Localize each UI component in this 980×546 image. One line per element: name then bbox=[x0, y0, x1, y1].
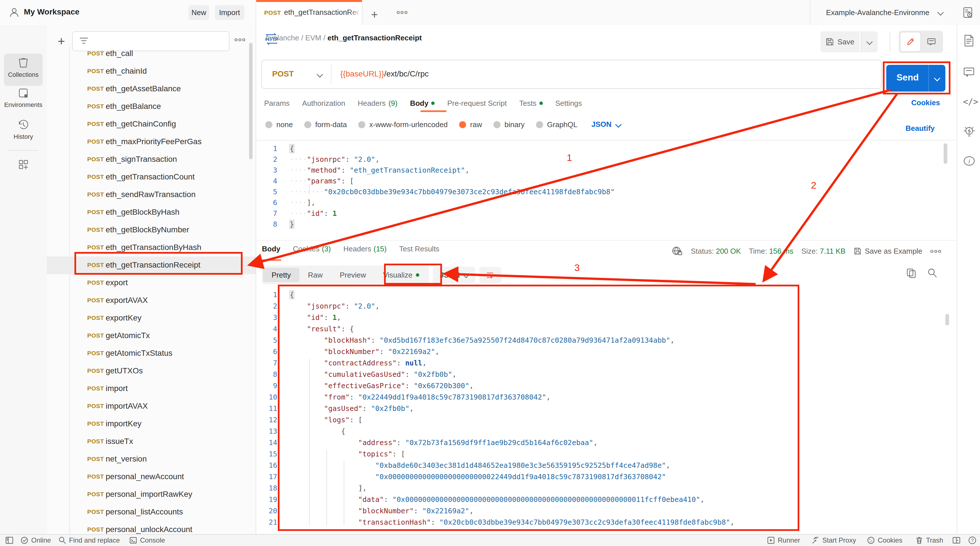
body-mode-raw[interactable]: raw bbox=[459, 120, 482, 129]
request-tab-settings[interactable]: Settings bbox=[555, 99, 582, 108]
sidebar-item-eth_chainId[interactable]: POSTeth_chainId bbox=[47, 62, 256, 80]
breadcrumb-folder[interactable]: EVM bbox=[305, 34, 321, 42]
response-editor-scrollbar[interactable] bbox=[945, 314, 949, 325]
view-tab-visualize[interactable]: Visualize bbox=[374, 268, 428, 282]
cookies-link[interactable]: Cookies bbox=[911, 98, 940, 107]
breadcrumb[interactable]: Avalanche / EVM / eth_getTransactionRece… bbox=[265, 34, 422, 42]
sidebar-item-eth_getBlockByNumber[interactable]: POSTeth_getBlockByNumber bbox=[47, 221, 256, 239]
body-mode-GraphQL[interactable]: GraphQL bbox=[536, 120, 578, 129]
request-tab-active[interactable]: POST eth_getTransactionRece bbox=[256, 0, 363, 25]
help-button[interactable]: ? bbox=[968, 535, 977, 546]
cookies-button[interactable]: Cookies bbox=[867, 535, 902, 546]
request-tab-authorization[interactable]: Authorization bbox=[302, 99, 345, 108]
sidebar-item-eth_signTransaction[interactable]: POSTeth_signTransaction bbox=[47, 151, 256, 168]
sidebar-item-eth_getTransactionByHash[interactable]: POSTeth_getTransactionByHash bbox=[47, 239, 256, 257]
online-status[interactable]: Online bbox=[21, 535, 51, 546]
request-body-editor[interactable]: 1{2····"jsonrpc": "2.0",3····"method": "… bbox=[256, 140, 957, 239]
request-tab-body[interactable]: Body bbox=[410, 99, 434, 108]
sidebar-options-button[interactable]: ooo bbox=[234, 37, 246, 43]
workspace-title[interactable]: My Workspace bbox=[24, 7, 80, 16]
response-options-button[interactable]: ooo bbox=[930, 248, 942, 254]
rail-item-collections[interactable]: Collections bbox=[4, 53, 43, 86]
request-editor-scrollbar[interactable] bbox=[943, 143, 947, 164]
info-icon[interactable]: i bbox=[963, 155, 975, 167]
comments-icon[interactable] bbox=[963, 67, 975, 78]
send-button[interactable]: Send bbox=[886, 65, 945, 91]
sidebar-item-exportKey[interactable]: POSTexportKey bbox=[47, 310, 256, 327]
comment-mode-button[interactable] bbox=[921, 32, 941, 51]
view-tab-raw[interactable]: Raw bbox=[299, 268, 331, 282]
trash-button[interactable]: Trash bbox=[915, 535, 943, 546]
sidebar-item-eth_maxPriorityFeePerGas[interactable]: POSTeth_maxPriorityFeePerGas bbox=[47, 133, 256, 151]
start-proxy-button[interactable]: Start Proxy bbox=[811, 535, 856, 546]
sidebar-item-import[interactable]: POSTimport bbox=[47, 380, 256, 398]
breadcrumb-collection[interactable]: Avalanche bbox=[265, 34, 299, 42]
view-tab-preview[interactable]: Preview bbox=[331, 268, 374, 282]
sidebar-item-getAtomicTxStatus[interactable]: POSTgetAtomicTxStatus bbox=[47, 345, 256, 362]
globe-lock-icon[interactable] bbox=[671, 245, 683, 257]
url-input[interactable]: {{baseURL}}/ext/bc/C/rpc bbox=[340, 69, 429, 78]
sidebar-item-personal_unlockAccount[interactable]: POSTpersonal_unlockAccount bbox=[47, 521, 256, 534]
sidebar-scrollbar[interactable] bbox=[249, 43, 253, 159]
sidebar-item-personal_importRawKey[interactable]: POSTpersonal_importRawKey bbox=[47, 486, 256, 503]
sidebar-item-eth_getTransactionCount[interactable]: POSTeth_getTransactionCount bbox=[47, 168, 256, 186]
sidebar-item-eth_getBlockByHash[interactable]: POSTeth_getBlockByHash bbox=[47, 204, 256, 221]
response-tab-body[interactable]: Body bbox=[262, 244, 280, 253]
sidebar-item-eth_getChainConfig[interactable]: POSTeth_getChainConfig bbox=[47, 115, 256, 133]
chevron-down-icon[interactable] bbox=[317, 71, 323, 78]
save-options-button[interactable] bbox=[861, 31, 878, 52]
sidebar-item-export[interactable]: POSTexport bbox=[47, 274, 256, 292]
wrap-line-button[interactable] bbox=[479, 267, 501, 283]
request-tab-headers[interactable]: Headers(9) bbox=[358, 99, 398, 108]
documentation-icon[interactable] bbox=[963, 34, 975, 47]
user-icon[interactable] bbox=[8, 7, 20, 18]
body-mode-x-www-form-urlencoded[interactable]: x-www-form-urlencoded bbox=[358, 120, 448, 129]
body-mode-form-data[interactable]: form-data bbox=[304, 120, 347, 129]
response-tab-headers[interactable]: Headers(15) bbox=[344, 244, 387, 253]
send-options-button[interactable] bbox=[928, 65, 945, 91]
sidebar-item-personal_listAccounts[interactable]: POSTpersonal_listAccounts bbox=[47, 503, 256, 521]
console-button[interactable]: Console bbox=[129, 535, 165, 546]
chevron-down-icon[interactable] bbox=[937, 10, 944, 16]
method-selector[interactable]: POST bbox=[272, 69, 294, 78]
sidebar-item-issueTx[interactable]: POSTissueTx bbox=[47, 433, 256, 450]
code-snippet-icon[interactable]: </> bbox=[963, 97, 978, 107]
beautify-link[interactable]: Beautify bbox=[905, 124, 935, 133]
sidebar-item-importAVAX[interactable]: POSTimportAVAX bbox=[47, 398, 256, 415]
body-language-selector[interactable]: JSON bbox=[592, 120, 620, 129]
response-tab-test-results[interactable]: Test Results bbox=[399, 244, 439, 253]
sidebar-item-personal_newAccount[interactable]: POSTpersonal_newAccount bbox=[47, 468, 256, 486]
environment-selector[interactable]: Example-Avalanche-Environme bbox=[826, 8, 929, 17]
sidebar-item-getAtomicTx[interactable]: POSTgetAtomicTx bbox=[47, 327, 256, 345]
copy-response-button[interactable] bbox=[905, 267, 917, 279]
sidebar-item-eth_sendRawTransaction[interactable]: POSTeth_sendRawTransaction bbox=[47, 186, 256, 204]
sidebar-item-eth_getBalance[interactable]: POSTeth_getBalance bbox=[47, 98, 256, 115]
pull-request-lightbulb-icon[interactable] bbox=[963, 125, 975, 139]
sidebar-item-eth_getTransactionReceipt[interactable]: POSTeth_getTransactionReceipt bbox=[47, 257, 256, 274]
response-tab-cookies[interactable]: Cookies(3) bbox=[293, 244, 331, 253]
new-tab-button[interactable]: + bbox=[371, 8, 378, 22]
request-tab-pre-request-script[interactable]: Pre-request Script bbox=[447, 99, 507, 108]
rail-item-history[interactable]: History bbox=[4, 119, 43, 140]
environment-quick-look-icon[interactable] bbox=[961, 6, 974, 19]
new-button[interactable]: New bbox=[189, 5, 209, 20]
runner-button[interactable]: Runner bbox=[767, 535, 800, 546]
save-as-example-button[interactable]: Save as Example bbox=[854, 247, 922, 255]
rail-item-environments[interactable]: Environments bbox=[4, 88, 43, 109]
save-button[interactable]: Save bbox=[820, 31, 859, 52]
tab-options-button[interactable]: ooo bbox=[396, 9, 408, 15]
response-body-viewer[interactable]: 1{2 "jsonrpc": "2.0",3 "id": 1,4 "result… bbox=[256, 287, 957, 534]
rail-item-more-blocks[interactable] bbox=[4, 159, 43, 171]
sidebar-item-getUTXOs[interactable]: POSTgetUTXOs bbox=[47, 362, 256, 380]
sidebar-item-eth_call[interactable]: POSTeth_call bbox=[47, 45, 256, 62]
sidebar-item-exportAVAX[interactable]: POSTexportAVAX bbox=[47, 292, 256, 310]
body-mode-binary[interactable]: binary bbox=[493, 120, 525, 129]
sidebar-item-importKey[interactable]: POSTimportKey bbox=[47, 415, 256, 433]
status-value[interactable]: 200 OK bbox=[716, 247, 741, 255]
toggle-sidebar-button[interactable] bbox=[5, 535, 14, 546]
find-and-replace-button[interactable]: Find and replace bbox=[58, 535, 120, 546]
request-tab-tests[interactable]: Tests bbox=[519, 99, 543, 108]
size-value[interactable]: 7.11 KB bbox=[820, 247, 846, 255]
request-tab-params[interactable]: Params bbox=[264, 99, 290, 108]
view-tab-pretty[interactable]: Pretty bbox=[263, 268, 299, 282]
